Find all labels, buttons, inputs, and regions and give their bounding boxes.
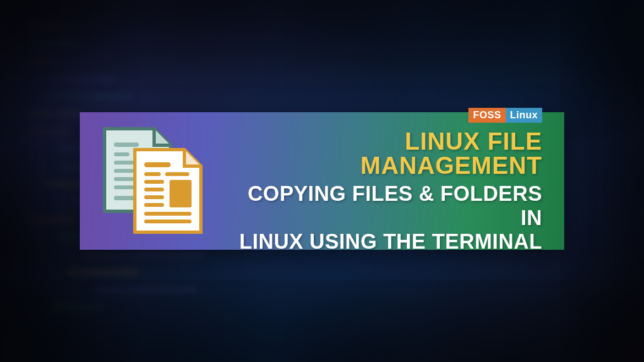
banner-text-content: FOSS Linux LINUX FILE MANAGEMENT COPYING… (220, 108, 548, 254)
svg-rect-18 (144, 220, 192, 223)
svg-rect-14 (144, 188, 164, 191)
svg-rect-1 (114, 152, 129, 156)
foss-linux-logo: FOSS Linux (468, 108, 542, 123)
logo-foss-part: FOSS (468, 108, 505, 123)
svg-rect-17 (144, 212, 192, 216)
svg-rect-10 (144, 172, 161, 176)
banner-title: LINUX FILE MANAGEMENT (220, 129, 542, 178)
title-banner: FOSS Linux LINUX FILE MANAGEMENT COPYING… (80, 112, 564, 250)
svg-rect-16 (144, 203, 164, 207)
svg-rect-12 (144, 180, 164, 184)
document-front-icon (132, 147, 204, 235)
svg-rect-9 (144, 162, 171, 167)
svg-rect-13 (170, 180, 192, 207)
svg-rect-11 (165, 172, 189, 176)
svg-rect-15 (144, 195, 164, 199)
banner-subtitle-line2: LINUX USING THE TERMINAL (220, 230, 542, 254)
documents-icon (102, 126, 212, 236)
logo-linux-part: Linux (506, 108, 543, 123)
svg-rect-0 (114, 142, 139, 147)
banner-subtitle-line1: COPYING FILES & FOLDERS IN (220, 182, 542, 230)
